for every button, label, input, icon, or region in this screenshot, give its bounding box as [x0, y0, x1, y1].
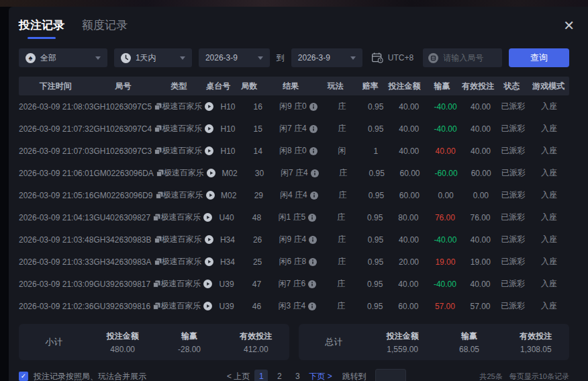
result: 闲4 庄4: [275, 189, 324, 201]
total-box: 总计投注金额1,559.00输赢68.05有效投注1,308.05: [299, 324, 569, 360]
next-page-button[interactable]: 下页 >: [309, 371, 332, 381]
total-count-label: 共25条: [480, 372, 503, 381]
copy-icon[interactable]: [154, 125, 162, 132]
game-type: 极速百家乐: [160, 300, 212, 312]
result: 闲7 庄6: [273, 278, 322, 290]
bet-time: 2026-03-09 21:06:01: [19, 169, 93, 178]
subtotal-label: 小计: [19, 336, 89, 348]
total-item: 输赢68.05: [436, 331, 502, 354]
play-type: 庄: [322, 300, 360, 312]
game-type: 极速百家乐: [163, 189, 215, 201]
info-icon[interactable]: [308, 280, 316, 288]
play-icon[interactable]: [203, 280, 212, 288]
page-button-3[interactable]: 3: [291, 370, 304, 381]
copy-icon[interactable]: [154, 147, 162, 155]
info-icon[interactable]: [309, 236, 317, 244]
result: 闲6 庄8: [273, 256, 323, 267]
time-range-select[interactable]: 1天内: [114, 48, 192, 67]
round-number-input[interactable]: [443, 53, 497, 62]
play-icon[interactable]: [205, 124, 213, 133]
column-header: 游戏模式: [528, 81, 569, 92]
info-icon[interactable]: [309, 125, 317, 133]
table-no: H10: [213, 146, 242, 156]
game-type: 极速百家乐: [162, 256, 213, 267]
date-from-value: 2026-3-9: [205, 53, 238, 62]
play-icon[interactable]: [205, 235, 213, 244]
page-button-1[interactable]: 1: [254, 370, 268, 381]
merge-checkbox[interactable]: [19, 372, 28, 381]
game-type: 极速百家乐: [160, 212, 212, 223]
footer-bar: 投注记录按照局、玩法合并展示 < 上页 123 下页 > 跳转到 共25条 每页…: [19, 366, 569, 381]
copy-icon[interactable]: [156, 192, 163, 199]
play-icon[interactable]: [205, 257, 213, 266]
copy-icon[interactable]: [154, 258, 162, 265]
win-loss: 0.00: [428, 191, 464, 200]
game-type: 极速百家乐: [162, 123, 213, 134]
round-count: 29: [243, 191, 274, 200]
category-select[interactable]: ♠ 全部: [19, 48, 107, 67]
info-icon[interactable]: [308, 214, 316, 222]
play-icon[interactable]: [206, 191, 215, 200]
column-header: 输赢: [424, 81, 461, 92]
info-icon[interactable]: [311, 169, 319, 177]
summary-section: 小计投注金额480.00输赢-28.00有效投注412.00 总计投注金额1,5…: [19, 324, 569, 360]
table-header-row: 下注时间局号类型桌台号局数结果玩法赔率投注金额输赢有效投注状态游戏模式: [19, 77, 569, 95]
info-icon[interactable]: [309, 147, 317, 155]
info-icon[interactable]: [309, 103, 317, 111]
copy-icon[interactable]: [153, 302, 160, 310]
close-icon[interactable]: ✕: [563, 19, 575, 32]
bet-amount: 20.00: [391, 257, 427, 267]
tab-quota-records[interactable]: 额度记录: [82, 17, 128, 39]
tab-label: 投注记录: [19, 19, 64, 32]
timezone-label: UTC+8: [388, 53, 413, 62]
column-header: 桌台号: [203, 81, 233, 92]
category-select-value: 全部: [40, 52, 56, 64]
table-row: 2026-03-09 21:02:36GU3926309816极速百家乐U394…: [19, 295, 569, 317]
tab-bet-records[interactable]: 投注记录: [19, 17, 64, 39]
status: 已派彩: [497, 145, 529, 157]
jump-to-input[interactable]: [375, 369, 406, 381]
odds: 0.95: [361, 191, 391, 200]
result: 闲9 庄0: [273, 101, 323, 112]
subtotal-item: 有效投注412.00: [223, 331, 289, 354]
round-count: 26: [242, 235, 273, 245]
prev-page-button[interactable]: < 上页: [227, 371, 250, 381]
info-icon[interactable]: [308, 302, 316, 310]
play-type: 庄: [322, 212, 360, 223]
date-from-select[interactable]: 2026-3-9: [199, 48, 270, 67]
table-row: 2026-03-09 21:06:01GM02263096DA极速百家乐M023…: [19, 162, 569, 184]
valid-bet: 57.00: [463, 302, 497, 311]
filter-bar: ♠ 全部 1天内 2026-3-9 到 2026-3-9 UTC+8: [19, 48, 569, 67]
copy-icon[interactable]: [156, 169, 164, 177]
copy-icon[interactable]: [154, 236, 162, 243]
status: 已派彩: [498, 189, 529, 201]
win-loss: -40.00: [427, 280, 464, 289]
play-icon[interactable]: [205, 146, 213, 155]
play-icon[interactable]: [203, 213, 212, 222]
play-icon[interactable]: [205, 102, 213, 111]
active-tab-underline: [28, 37, 56, 39]
result: 闲7 庄4: [273, 123, 323, 134]
column-header: 投注金额: [386, 81, 424, 92]
play-icon[interactable]: [203, 302, 212, 310]
odds: 0.95: [362, 169, 391, 178]
valid-bet: 40.00: [463, 280, 497, 289]
play-type: 闲: [323, 145, 360, 157]
status: 已派彩: [497, 300, 529, 312]
copy-icon[interactable]: [153, 280, 160, 288]
total-label: 总计: [299, 336, 369, 348]
game-mode: 入座: [529, 167, 569, 179]
info-icon[interactable]: [310, 192, 318, 200]
copy-icon[interactable]: [153, 214, 160, 221]
game-type: 极速百家乐: [164, 167, 215, 179]
date-to-select[interactable]: 2026-3-9: [291, 48, 362, 67]
copy-icon[interactable]: [154, 103, 162, 110]
info-icon[interactable]: [309, 258, 317, 266]
status: 已派彩: [497, 212, 529, 223]
page-button-2[interactable]: 2: [273, 370, 286, 381]
search-button[interactable]: 查询: [509, 48, 569, 67]
jump-to-label: 跳转到: [342, 371, 366, 381]
odds: 0.95: [360, 257, 391, 267]
play-icon[interactable]: [207, 169, 215, 177]
game-type: 极速百家乐: [160, 278, 212, 290]
